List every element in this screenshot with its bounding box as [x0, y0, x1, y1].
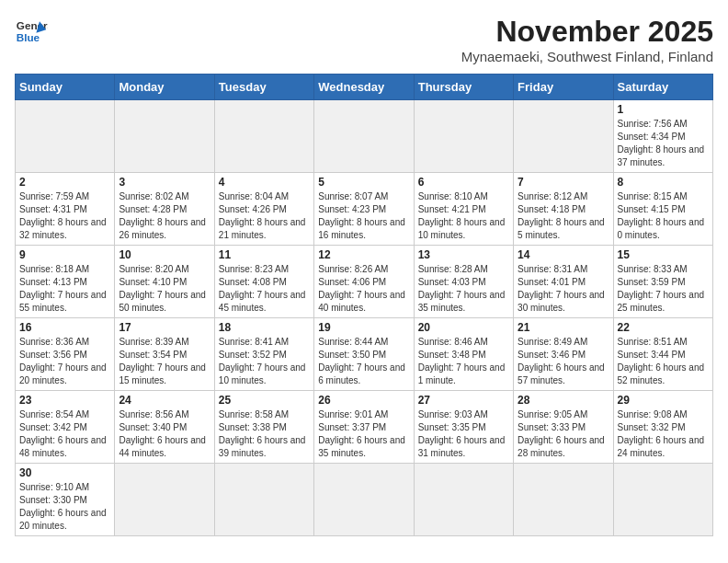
calendar-cell: 9Sunrise: 8:18 AM Sunset: 4:13 PM Daylig…	[16, 246, 115, 318]
day-number: 12	[318, 248, 409, 261]
calendar-cell: 15Sunrise: 8:33 AM Sunset: 3:59 PM Dayli…	[613, 246, 712, 318]
calendar-cell: 11Sunrise: 8:23 AM Sunset: 4:08 PM Dayli…	[214, 246, 313, 318]
day-number: 10	[119, 248, 210, 261]
day-number: 28	[518, 394, 609, 407]
calendar-cell: 25Sunrise: 8:58 AM Sunset: 3:38 PM Dayli…	[214, 391, 313, 464]
day-number: 19	[318, 321, 409, 334]
calendar-header-row: SundayMondayTuesdayWednesdayThursdayFrid…	[16, 75, 713, 100]
logo: General Blue	[15, 15, 48, 48]
calendar-week-row: 23Sunrise: 8:54 AM Sunset: 3:42 PM Dayli…	[16, 391, 713, 464]
calendar-cell: 13Sunrise: 8:28 AM Sunset: 4:03 PM Dayli…	[414, 246, 513, 318]
day-info: Sunrise: 7:59 AM Sunset: 4:31 PM Dayligh…	[19, 190, 110, 242]
calendar-table: SundayMondayTuesdayWednesdayThursdayFrid…	[15, 74, 713, 536]
calendar-cell	[514, 100, 613, 173]
title-area: November 2025 Mynaemaeki, Southwest Finl…	[461, 15, 713, 64]
day-number: 9	[19, 248, 110, 261]
day-info: Sunrise: 8:20 AM Sunset: 4:10 PM Dayligh…	[119, 263, 210, 315]
day-info: Sunrise: 8:23 AM Sunset: 4:08 PM Dayligh…	[219, 263, 310, 315]
day-number: 22	[618, 321, 709, 334]
calendar-cell: 28Sunrise: 9:05 AM Sunset: 3:33 PM Dayli…	[514, 391, 613, 464]
column-header-saturday: Saturday	[613, 75, 712, 100]
day-number: 25	[219, 394, 310, 407]
calendar-cell: 23Sunrise: 8:54 AM Sunset: 3:42 PM Dayli…	[16, 391, 115, 464]
calendar-cell	[613, 464, 712, 536]
calendar-cell: 29Sunrise: 9:08 AM Sunset: 3:32 PM Dayli…	[613, 391, 712, 464]
day-info: Sunrise: 8:39 AM Sunset: 3:54 PM Dayligh…	[119, 336, 210, 387]
day-number: 29	[618, 394, 709, 407]
calendar-week-row: 2Sunrise: 7:59 AM Sunset: 4:31 PM Daylig…	[16, 173, 713, 246]
day-info: Sunrise: 9:10 AM Sunset: 3:30 PM Dayligh…	[19, 481, 110, 533]
day-info: Sunrise: 8:36 AM Sunset: 3:56 PM Dayligh…	[19, 336, 110, 387]
day-info: Sunrise: 8:04 AM Sunset: 4:26 PM Dayligh…	[219, 190, 310, 242]
day-number: 27	[418, 394, 509, 407]
calendar-cell: 4Sunrise: 8:04 AM Sunset: 4:26 PM Daylig…	[214, 173, 313, 246]
logo-icon: General Blue	[15, 15, 48, 48]
calendar-cell: 26Sunrise: 9:01 AM Sunset: 3:37 PM Dayli…	[314, 391, 414, 464]
day-info: Sunrise: 8:15 AM Sunset: 4:15 PM Dayligh…	[618, 190, 709, 242]
calendar-cell	[16, 100, 115, 173]
calendar-cell: 2Sunrise: 7:59 AM Sunset: 4:31 PM Daylig…	[16, 173, 115, 246]
day-number: 14	[518, 248, 609, 261]
calendar-cell: 21Sunrise: 8:49 AM Sunset: 3:46 PM Dayli…	[514, 318, 613, 391]
day-info: Sunrise: 8:02 AM Sunset: 4:28 PM Dayligh…	[119, 190, 210, 242]
day-number: 24	[119, 394, 210, 407]
calendar-cell: 18Sunrise: 8:41 AM Sunset: 3:52 PM Dayli…	[214, 318, 313, 391]
day-info: Sunrise: 8:51 AM Sunset: 3:44 PM Dayligh…	[618, 336, 709, 387]
svg-text:Blue: Blue	[17, 31, 40, 43]
calendar-cell: 24Sunrise: 8:56 AM Sunset: 3:40 PM Dayli…	[115, 391, 214, 464]
day-number: 23	[19, 394, 110, 407]
day-number: 13	[418, 248, 509, 261]
day-info: Sunrise: 9:08 AM Sunset: 3:32 PM Dayligh…	[618, 408, 709, 460]
calendar-week-row: 9Sunrise: 8:18 AM Sunset: 4:13 PM Daylig…	[16, 246, 713, 318]
calendar-cell: 12Sunrise: 8:26 AM Sunset: 4:06 PM Dayli…	[314, 246, 414, 318]
day-number: 2	[19, 176, 110, 189]
day-info: Sunrise: 8:26 AM Sunset: 4:06 PM Dayligh…	[318, 263, 409, 315]
column-header-monday: Monday	[115, 75, 214, 100]
calendar-cell: 3Sunrise: 8:02 AM Sunset: 4:28 PM Daylig…	[115, 173, 214, 246]
day-number: 5	[318, 176, 409, 189]
day-info: Sunrise: 8:44 AM Sunset: 3:50 PM Dayligh…	[318, 336, 409, 387]
column-header-tuesday: Tuesday	[214, 75, 313, 100]
day-info: Sunrise: 8:54 AM Sunset: 3:42 PM Dayligh…	[19, 408, 110, 460]
day-number: 26	[318, 394, 409, 407]
day-info: Sunrise: 7:56 AM Sunset: 4:34 PM Dayligh…	[618, 118, 709, 169]
day-info: Sunrise: 8:12 AM Sunset: 4:18 PM Dayligh…	[518, 190, 609, 242]
calendar-cell: 6Sunrise: 8:10 AM Sunset: 4:21 PM Daylig…	[414, 173, 513, 246]
calendar-week-row: 30Sunrise: 9:10 AM Sunset: 3:30 PM Dayli…	[16, 464, 713, 536]
column-header-friday: Friday	[514, 75, 613, 100]
calendar-cell	[414, 464, 513, 536]
calendar-cell: 5Sunrise: 8:07 AM Sunset: 4:23 PM Daylig…	[314, 173, 414, 246]
calendar-cell	[414, 100, 513, 173]
day-number: 7	[518, 176, 609, 189]
day-info: Sunrise: 9:03 AM Sunset: 3:35 PM Dayligh…	[418, 408, 509, 460]
day-info: Sunrise: 8:18 AM Sunset: 4:13 PM Dayligh…	[19, 263, 110, 315]
calendar-cell: 1Sunrise: 7:56 AM Sunset: 4:34 PM Daylig…	[613, 100, 712, 173]
day-number: 15	[618, 248, 709, 261]
calendar-cell: 7Sunrise: 8:12 AM Sunset: 4:18 PM Daylig…	[514, 173, 613, 246]
day-info: Sunrise: 8:10 AM Sunset: 4:21 PM Dayligh…	[418, 190, 509, 242]
calendar-cell: 16Sunrise: 8:36 AM Sunset: 3:56 PM Dayli…	[16, 318, 115, 391]
calendar-cell: 22Sunrise: 8:51 AM Sunset: 3:44 PM Dayli…	[613, 318, 712, 391]
location-title: Mynaemaeki, Southwest Finland, Finland	[461, 49, 713, 64]
calendar-cell	[514, 464, 613, 536]
column-header-wednesday: Wednesday	[314, 75, 414, 100]
calendar-cell: 17Sunrise: 8:39 AM Sunset: 3:54 PM Dayli…	[115, 318, 214, 391]
day-info: Sunrise: 9:05 AM Sunset: 3:33 PM Dayligh…	[518, 408, 609, 460]
calendar-cell: 19Sunrise: 8:44 AM Sunset: 3:50 PM Dayli…	[314, 318, 414, 391]
day-info: Sunrise: 8:41 AM Sunset: 3:52 PM Dayligh…	[219, 336, 310, 387]
day-number: 30	[19, 466, 110, 479]
calendar-cell	[314, 100, 414, 173]
month-title: November 2025	[461, 15, 713, 49]
calendar-cell	[115, 100, 214, 173]
calendar-cell: 14Sunrise: 8:31 AM Sunset: 4:01 PM Dayli…	[514, 246, 613, 318]
calendar-week-row: 16Sunrise: 8:36 AM Sunset: 3:56 PM Dayli…	[16, 318, 713, 391]
calendar-cell: 27Sunrise: 9:03 AM Sunset: 3:35 PM Dayli…	[414, 391, 513, 464]
calendar-cell	[115, 464, 214, 536]
calendar-cell: 30Sunrise: 9:10 AM Sunset: 3:30 PM Dayli…	[16, 464, 115, 536]
calendar-cell	[214, 464, 313, 536]
day-number: 4	[219, 176, 310, 189]
column-header-thursday: Thursday	[414, 75, 513, 100]
calendar-cell: 8Sunrise: 8:15 AM Sunset: 4:15 PM Daylig…	[613, 173, 712, 246]
column-header-sunday: Sunday	[16, 75, 115, 100]
day-info: Sunrise: 8:31 AM Sunset: 4:01 PM Dayligh…	[518, 263, 609, 315]
